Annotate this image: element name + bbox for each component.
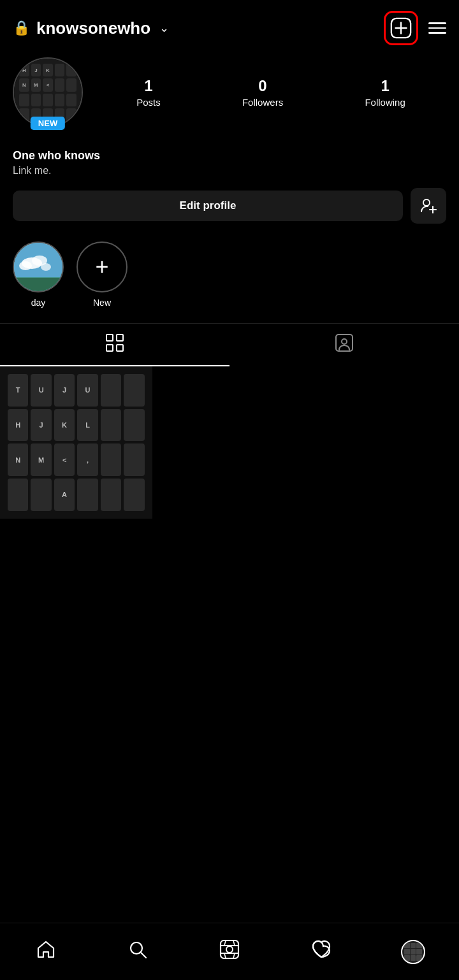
add-friend-button[interactable] <box>411 188 446 224</box>
k <box>31 479 51 511</box>
nav-home[interactable] <box>27 933 65 971</box>
k: K <box>54 409 75 442</box>
k: N <box>8 443 28 476</box>
nav-reels[interactable] <box>210 933 249 971</box>
key <box>55 78 65 91</box>
key <box>66 94 76 106</box>
svg-point-18 <box>342 339 347 344</box>
profile-nav-image <box>402 941 424 963</box>
nav-search[interactable] <box>119 933 157 971</box>
svg-line-27 <box>224 953 226 958</box>
bottom-navigation <box>0 923 459 980</box>
plus-icon: + <box>95 256 108 278</box>
k <box>124 479 144 511</box>
profile-nav-avatar <box>401 940 425 964</box>
highlight-new-circle: + <box>76 241 127 292</box>
key <box>19 108 29 121</box>
svg-line-25 <box>224 940 226 946</box>
tab-grid[interactable] <box>0 324 229 366</box>
k <box>101 443 121 476</box>
tagged-icon <box>335 334 353 356</box>
profile-section: H J K N M < <box>0 51 459 127</box>
posts-stat[interactable]: 1 Posts <box>136 77 161 108</box>
hamburger-menu-icon[interactable] <box>428 22 446 34</box>
tabs-row <box>0 323 459 366</box>
add-post-button[interactable] <box>384 11 418 45</box>
posts-label: Posts <box>136 97 161 108</box>
svg-rect-12 <box>14 278 62 291</box>
key <box>66 78 76 91</box>
svg-rect-13 <box>106 335 113 341</box>
following-label: Following <box>365 97 405 108</box>
key <box>55 64 65 76</box>
chevron-down-icon[interactable]: ⌄ <box>159 21 169 35</box>
k <box>101 374 121 407</box>
home-icon <box>36 939 56 964</box>
edit-profile-button[interactable]: Edit profile <box>13 191 403 221</box>
followers-label: Followers <box>242 97 283 108</box>
profile-top-row: H J K N M < <box>13 57 446 127</box>
k: A <box>54 479 75 511</box>
bio-section: One who knows Link me. <box>0 136 459 177</box>
key: K <box>43 64 53 76</box>
key: J <box>31 64 41 76</box>
k: L <box>77 409 98 442</box>
following-stat[interactable]: 1 Following <box>365 77 405 108</box>
key <box>19 94 29 106</box>
svg-rect-21 <box>221 940 238 958</box>
key: N <box>19 78 29 91</box>
highlights-section: day + New <box>0 235 459 321</box>
k <box>77 479 98 511</box>
header-right <box>384 11 446 45</box>
svg-point-10 <box>19 261 32 270</box>
k: M <box>31 443 51 476</box>
k: < <box>54 443 75 476</box>
grid-icon <box>106 334 124 356</box>
k: T <box>8 374 28 407</box>
key: H <box>19 64 29 76</box>
followers-stat[interactable]: 0 Followers <box>242 77 283 108</box>
stats-row: 1 Posts 0 Followers 1 Following <box>96 77 446 108</box>
photo-grid: T U J U H J K L N M < , A <box>0 366 459 519</box>
key <box>55 94 65 106</box>
key: < <box>43 78 53 91</box>
k: , <box>77 443 98 476</box>
k: J <box>31 409 51 442</box>
grid-item-0[interactable]: T U J U H J K L N M < , A <box>0 366 152 519</box>
followers-count: 0 <box>242 77 283 96</box>
k <box>8 479 28 511</box>
k <box>101 409 121 442</box>
key <box>43 94 53 106</box>
reels-icon <box>219 939 240 964</box>
following-count: 1 <box>365 77 405 96</box>
key: M <box>31 78 41 91</box>
svg-rect-17 <box>336 335 353 351</box>
k <box>124 443 144 476</box>
svg-rect-16 <box>117 345 123 351</box>
highlight-day-label: day <box>31 298 46 308</box>
highlight-day[interactable]: day <box>13 241 64 308</box>
header-left: 🔒 knowsonewho ⌄ <box>13 18 169 38</box>
k <box>124 409 144 442</box>
nav-profile[interactable] <box>394 933 432 971</box>
bio-text: Link me. <box>13 165 446 177</box>
avatar-wrapper[interactable]: H J K N M < <box>13 57 83 127</box>
spacer <box>0 519 459 582</box>
key <box>66 64 76 76</box>
k: U <box>31 374 51 407</box>
keyboard-photo: T U J U H J K L N M < , A <box>0 366 152 519</box>
svg-line-28 <box>233 953 235 958</box>
svg-point-3 <box>423 199 430 206</box>
svg-point-11 <box>41 263 51 271</box>
posts-count: 1 <box>136 77 161 96</box>
search-icon <box>127 939 148 964</box>
username-label: knowsonewho <box>36 18 150 38</box>
top-header: 🔒 knowsonewho ⌄ <box>0 0 459 51</box>
tab-tagged[interactable] <box>229 324 459 366</box>
action-buttons: Edit profile <box>0 177 459 235</box>
nav-activity[interactable] <box>302 933 340 971</box>
k: H <box>8 409 28 442</box>
key <box>31 94 41 106</box>
highlight-new[interactable]: + New <box>76 241 127 308</box>
svg-point-22 <box>226 946 233 953</box>
